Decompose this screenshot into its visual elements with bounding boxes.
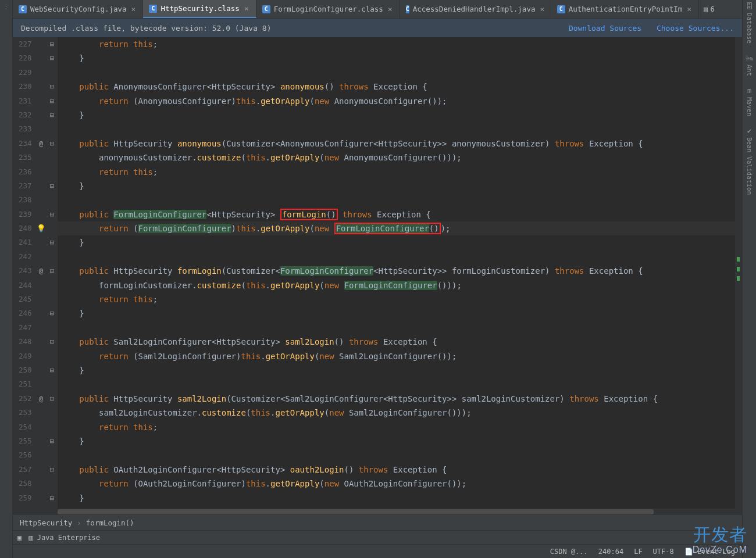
code-line[interactable]: return (OAuth2LoginConfigurer)this.getOr… (58, 477, 735, 491)
error-stripe[interactable] (735, 37, 742, 515)
chevron-right-icon: › (77, 518, 81, 527)
close-icon[interactable]: × (243, 4, 250, 13)
code-line[interactable]: return this; (58, 420, 735, 434)
code-line[interactable]: return (AnonymousConfigurer)this.getOrAp… (58, 94, 735, 108)
class-icon: C (557, 5, 565, 13)
right-tool-strip: 🗄Database 🐜Ant mMaven ✔Bean Validation (742, 0, 756, 558)
ant-tool[interactable]: 🐜Ant (745, 54, 754, 76)
tab-label: AccessDeniedHandlerImpl.java (413, 5, 536, 13)
decompile-infobar: Decompiled .class file, bytecode version… (13, 19, 742, 37)
code-line[interactable]: } (58, 51, 735, 65)
download-sources-link[interactable]: Download Sources (569, 24, 641, 33)
code-line[interactable]: } (58, 108, 735, 122)
bean-validation-tool[interactable]: ✔Bean Validation (746, 127, 753, 195)
scrollbar-thumb[interactable] (58, 509, 654, 514)
code-line[interactable]: return (Saml2LoginConfigurer)this.getOrA… (58, 349, 735, 363)
tab-label: WebSecurityConfig.java (30, 5, 127, 13)
database-icon: 🗄 (746, 2, 753, 10)
code-line[interactable]: return this; (58, 37, 735, 51)
code-line[interactable]: return (FormLoginConfigurer)this.getOrAp… (58, 221, 735, 235)
tab-formloginconfigurer[interactable]: C FormLoginConfigurer.class × (256, 0, 400, 18)
breadcrumb: HttpSecurity › formLogin() (13, 515, 742, 530)
choose-sources-link[interactable]: Choose Sources... (657, 24, 734, 33)
terminal-tool[interactable]: ▣ (17, 534, 22, 542)
event-log-button[interactable]: 📄 Event Log (684, 548, 735, 556)
code-line[interactable]: } (58, 363, 735, 377)
tab-label: HttpSecurity.class (161, 4, 239, 13)
close-icon[interactable]: × (539, 5, 545, 13)
code-line[interactable] (58, 250, 735, 264)
code-editor[interactable]: 2272282292302312322332342352362372382392… (13, 37, 742, 515)
status-bar: CSDN @... 240:64 LF UTF-8 📄 Event Log (13, 544, 742, 558)
code-line[interactable] (58, 66, 735, 80)
code-area[interactable]: return this; } public AnonymousConfigure… (58, 37, 735, 515)
tab-httpsecurity[interactable]: C HttpSecurity.class × (143, 0, 256, 18)
tab-accessdeniedhandlerimpl[interactable]: C AccessDeniedHandlerImpl.java × (400, 0, 551, 18)
code-line[interactable]: return this; (58, 165, 735, 179)
close-icon[interactable]: × (387, 5, 394, 13)
class-icon: C (19, 5, 27, 13)
code-line[interactable] (58, 321, 735, 335)
left-tool-strip[interactable]: ⋮ (0, 0, 13, 558)
tab-label: AuthenticationEntryPointIm (569, 5, 683, 13)
code-line[interactable] (58, 448, 735, 462)
status-caret-pos: 240:64 (598, 548, 623, 556)
editor-tabs: C WebSecurityConfig.java × C HttpSecurit… (13, 0, 742, 19)
code-line[interactable]: public HttpSecurity saml2Login(Customize… (58, 392, 735, 406)
code-line[interactable]: } (58, 306, 735, 320)
status-charset[interactable]: UTF-8 (653, 548, 674, 556)
close-icon[interactable]: × (130, 5, 137, 13)
code-line[interactable]: public AnonymousConfigurer<HttpSecurity>… (58, 80, 735, 94)
code-line[interactable] (58, 193, 735, 207)
code-line[interactable]: } (58, 491, 735, 505)
code-line[interactable]: public HttpSecurity anonymous(Customizer… (58, 137, 735, 151)
code-line[interactable]: return this; (58, 292, 735, 306)
bottom-toolbar: ▣ ▥ Java Enterprise (13, 530, 742, 544)
tabs-overflow-count: 6 (710, 5, 714, 13)
breadcrumb-method[interactable]: formLogin() (86, 518, 134, 527)
tab-label: FormLoginConfigurer.class (274, 5, 383, 13)
code-line[interactable] (58, 122, 735, 136)
maven-tool[interactable]: mMaven (746, 87, 753, 116)
list-icon: ▤ (704, 5, 708, 13)
code-line[interactable] (58, 377, 735, 391)
horizontal-scrollbar[interactable] (58, 509, 735, 515)
breadcrumb-class[interactable]: HttpSecurity (20, 518, 72, 527)
code-line[interactable]: } (58, 179, 735, 193)
ant-icon: 🐜 (745, 54, 754, 62)
code-line[interactable]: public FormLoginConfigurer<HttpSecurity>… (58, 208, 735, 221)
tab-authenticationentrypoint[interactable]: C AuthenticationEntryPointIm × (551, 0, 700, 18)
decompile-message: Decompiled .class file, bytecode version… (21, 24, 271, 33)
class-icon: C (262, 5, 270, 13)
code-line[interactable]: } (58, 434, 735, 448)
editor-gutter: 2272282292302312322332342352362372382392… (13, 37, 58, 515)
code-line[interactable]: anonymousCustomizer.customize(this.getOr… (58, 151, 735, 164)
tabs-overflow[interactable]: ▤ 6 (699, 0, 719, 18)
class-icon: C (406, 5, 409, 13)
code-line[interactable]: public Saml2LoginConfigurer<HttpSecurity… (58, 335, 735, 349)
status-csdn: CSDN @... (550, 548, 588, 556)
code-line[interactable]: public HttpSecurity formLogin(Customizer… (58, 264, 735, 278)
class-icon: C (149, 5, 157, 13)
bean-validation-icon: ✔ (747, 127, 751, 135)
code-line[interactable]: saml2LoginCustomizer.customize(this.getO… (58, 406, 735, 420)
code-line[interactable]: } (58, 235, 735, 249)
status-line-sep[interactable]: LF (634, 548, 642, 556)
maven-icon: m (747, 87, 751, 95)
tab-websecurityconfig[interactable]: C WebSecurityConfig.java × (13, 0, 143, 18)
close-icon[interactable]: × (686, 5, 693, 13)
left-strip-dots: ⋮ (3, 3, 9, 11)
java-enterprise-tool[interactable]: ▥ Java Enterprise (28, 534, 100, 542)
database-tool[interactable]: 🗄Database (746, 2, 753, 44)
code-line[interactable]: public OAuth2LoginConfigurer<HttpSecurit… (58, 463, 735, 477)
code-line[interactable]: formLoginCustomizer.customize(this.getOr… (58, 278, 735, 292)
